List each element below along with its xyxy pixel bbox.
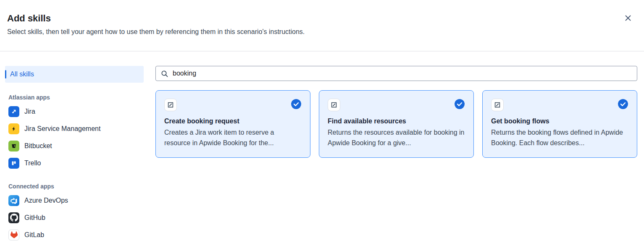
selected-check-icon[interactable] — [291, 99, 302, 110]
sidebar-item-github[interactable]: GitHub — [5, 209, 144, 226]
section-label: Connected apps — [5, 183, 144, 192]
skill-card-create-booking-request[interactable]: Create booking request Creates a Jira wo… — [155, 90, 310, 158]
slash-square-icon — [328, 99, 340, 111]
azure-devops-icon — [8, 195, 19, 206]
app-name: Azure DevOps — [24, 197, 68, 204]
trello-icon — [8, 158, 19, 169]
skill-card-find-available-resources[interactable]: Find available resources Returns the res… — [319, 90, 474, 158]
selected-check-icon[interactable] — [618, 99, 628, 110]
gitlab-icon — [8, 230, 19, 240]
modal-header: Add skills Select skills, then tell your… — [0, 0, 644, 52]
skill-title: Create booking request — [164, 117, 302, 125]
sidebar: All skills Atlassian apps Jira — [5, 66, 144, 243]
app-name: GitHub — [24, 214, 45, 222]
modal-body: All skills Atlassian apps Jira — [0, 52, 644, 243]
app-name: Jira — [24, 108, 35, 115]
sidebar-item-all-skills[interactable]: All skills — [5, 66, 144, 83]
skill-description: Creates a Jira work item to reserve a re… — [164, 127, 302, 148]
slash-square-icon — [491, 99, 504, 111]
sidebar-section-atlassian-apps: Atlassian apps Jira Jira Service Managem… — [5, 94, 144, 172]
sidebar-item-azure-devops[interactable]: Azure DevOps — [5, 192, 144, 209]
section-label: Atlassian apps — [5, 94, 144, 103]
page-subtitle: Select skills, then tell your agent how … — [7, 28, 634, 36]
app-name: GitLab — [24, 231, 44, 239]
skill-cards-grid: Create booking request Creates a Jira wo… — [155, 90, 637, 158]
skill-description: Returns the resources available for book… — [328, 127, 465, 148]
sidebar-item-jira[interactable]: Jira — [5, 103, 144, 120]
search-box — [155, 66, 637, 81]
slash-square-icon — [164, 99, 177, 111]
jira-service-management-icon — [8, 123, 19, 134]
github-icon — [8, 212, 19, 223]
skill-card-get-booking-flows[interactable]: Get booking flows Returns the booking fl… — [482, 90, 637, 158]
skill-title: Get booking flows — [491, 117, 628, 125]
sidebar-section-connected-apps: Connected apps Azure DevOps GitHub — [5, 183, 144, 243]
all-skills-label: All skills — [10, 70, 34, 78]
skill-description: Returns the booking flows defined in Apw… — [491, 127, 628, 148]
sidebar-item-gitlab[interactable]: GitLab — [5, 226, 144, 243]
app-name: Trello — [24, 159, 41, 167]
search-input[interactable] — [156, 66, 637, 81]
main-panel: Create booking request Creates a Jira wo… — [155, 66, 637, 158]
sidebar-item-trello[interactable]: Trello — [5, 154, 144, 172]
jira-icon — [8, 106, 19, 117]
card-top-row — [491, 99, 628, 111]
selected-indicator-bar — [5, 70, 6, 78]
sidebar-item-jira-service-management[interactable]: Jira Service Management — [5, 120, 144, 137]
app-name: Jira Service Management — [24, 125, 100, 133]
card-top-row — [328, 99, 465, 111]
card-top-row — [164, 99, 302, 111]
close-icon — [624, 14, 632, 23]
app-name: Bitbucket — [24, 142, 52, 150]
page-title: Add skills — [7, 13, 634, 24]
close-button[interactable] — [623, 13, 633, 23]
skill-title: Find available resources — [328, 117, 465, 125]
bitbucket-icon — [8, 141, 19, 151]
sidebar-item-bitbucket[interactable]: Bitbucket — [5, 137, 144, 154]
selected-check-icon[interactable] — [454, 99, 465, 110]
